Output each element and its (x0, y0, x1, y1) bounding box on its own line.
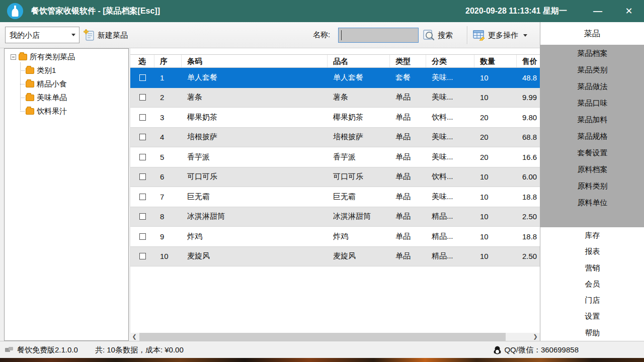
table-body: 1单人套餐单人套餐套餐美味...1048.82薯条薯条单品美味...109.99… (130, 68, 540, 266)
barcode-cell: 薯条 (182, 93, 328, 102)
column-header[interactable]: 类型 (390, 55, 426, 67)
table-row[interactable]: 4培根披萨培根披萨单品美味...2068.8 (130, 128, 540, 148)
row-checkbox[interactable] (139, 74, 146, 81)
table-row[interactable]: 8冰淇淋甜筒冰淇淋甜筒单品精品...102.50 (130, 207, 540, 227)
row-checkbox[interactable] (139, 154, 146, 160)
row-number: 7 (154, 193, 182, 201)
table-row[interactable]: 10麦旋风麦旋风单品精品...102.50 (130, 247, 540, 267)
sidebar-item[interactable]: 菜品档案 (540, 45, 644, 61)
name-cell: 椰果奶茶 (328, 113, 390, 122)
sidebar-item[interactable]: 套餐设置 (540, 144, 644, 161)
quantity-cell: 10 (474, 172, 517, 181)
row-checkbox[interactable] (139, 233, 146, 240)
price-cell: 18.8 (517, 193, 540, 201)
search-button[interactable]: 搜索 (423, 27, 453, 43)
tree-item[interactable]: 美味单品 (26, 92, 67, 103)
new-item-button[interactable]: 新建菜品 (84, 27, 128, 43)
qq-penguin-icon (494, 346, 501, 354)
table-row[interactable]: 3椰果奶茶椰果奶茶单品饮料...209.80 (130, 108, 540, 128)
sidebar-item[interactable]: 菜品做法 (540, 78, 644, 95)
name-cell: 巨无霸 (328, 192, 390, 202)
barcode-cell: 巨无霸 (182, 192, 328, 202)
collapse-minus-icon[interactable] (11, 54, 16, 60)
sidebar-item[interactable]: 设置 (540, 308, 644, 324)
type-cell: 单品 (390, 251, 426, 261)
sidebar-item[interactable]: 菜品口味 (540, 95, 644, 111)
column-header[interactable]: 品名 (328, 55, 390, 67)
column-header[interactable]: 选 (130, 55, 154, 67)
category-cell: 美味... (426, 152, 474, 162)
category-cell: 美味... (426, 93, 474, 102)
row-checkbox[interactable] (139, 194, 146, 200)
search-icon (423, 29, 435, 41)
new-document-icon (84, 29, 95, 41)
name-cell: 可口可乐 (328, 172, 390, 182)
price-cell: 9.80 (517, 113, 540, 122)
text-caret (341, 30, 342, 40)
table-row[interactable]: 2薯条薯条单品美味...109.99 (130, 88, 540, 108)
tree-item-label: 精品小食 (37, 79, 67, 89)
desktop-edge-strip (0, 358, 644, 362)
row-checkbox[interactable] (139, 213, 146, 220)
price-cell: 48.8 (517, 73, 540, 82)
tree-item[interactable]: 精品小食 (26, 78, 67, 89)
table-row[interactable]: 6可口可乐可口可乐单品饮料...106.00 (130, 167, 540, 188)
tree-item[interactable]: 类别1 (26, 65, 56, 76)
sidebar-item[interactable]: 原料单位 (540, 194, 644, 211)
row-checkbox[interactable] (139, 94, 146, 101)
app-logo-icon (7, 3, 23, 19)
folder-icon (26, 81, 34, 87)
sidebar-item[interactable]: 会员 (540, 276, 644, 292)
sidebar-item[interactable]: 菜品类别 (540, 61, 644, 78)
row-select-cell (130, 194, 154, 200)
close-button[interactable]: ✕ (618, 0, 640, 22)
minimize-button[interactable]: — (587, 0, 609, 22)
app-status-icon (5, 347, 13, 353)
sidebar-item[interactable]: 营销 (540, 260, 644, 276)
horizontal-scrollbar[interactable]: ❮ ❯ (130, 333, 540, 341)
category-cell: 精品... (426, 251, 474, 261)
tree-item-label: 美味单品 (37, 93, 67, 103)
column-header[interactable]: 分类 (426, 55, 474, 67)
table-row[interactable]: 7巨无霸巨无霸单品美味...1018.8 (130, 187, 540, 207)
more-operations-button[interactable]: 更多操作 (473, 27, 527, 43)
status-left: 餐饮免费版2.1.0.0 共: 10条数据，成本: ¥0.00 (5, 341, 184, 358)
barcode-cell: 冰淇淋甜筒 (182, 212, 328, 221)
sidebar-item[interactable]: 库存 (540, 227, 644, 243)
product-table-panel: 选序条码品名类型分类数量售价 1单人套餐单人套餐套餐美味...1048.82薯条… (130, 48, 540, 341)
table-row[interactable]: 9炸鸡炸鸡单品精品...1018.8 (130, 227, 540, 247)
sidebar-item[interactable]: 菜品加料 (540, 111, 644, 128)
row-checkbox[interactable] (139, 134, 146, 140)
sidebar-item[interactable]: 原料档案 (540, 161, 644, 177)
row-select-cell (130, 114, 154, 121)
store-select[interactable]: 我的小店 (5, 27, 79, 43)
search-input[interactable] (338, 28, 419, 43)
column-header[interactable]: 序 (154, 55, 182, 67)
sidebar-item[interactable]: 原料类别 (540, 177, 644, 194)
table-row[interactable]: 5香芋派香芋派单品美味...2016.6 (130, 147, 540, 167)
table-edit-icon (473, 30, 485, 41)
category-cell: 精品... (426, 212, 474, 221)
scroll-right-arrow-icon[interactable]: ❯ (531, 333, 540, 341)
column-header[interactable]: 条码 (182, 55, 328, 67)
scrollbar-thumb[interactable] (139, 333, 506, 341)
title-bar: 餐饮管家收银软件 - [菜品档案[Esc]] 2020-09-28 11:13:… (0, 0, 644, 22)
tree-item[interactable]: 饮料果汁 (26, 106, 67, 117)
quantity-cell: 10 (474, 212, 517, 221)
sidebar-item[interactable]: 菜品规格 (540, 128, 644, 144)
column-header[interactable]: 售价 (517, 55, 540, 67)
table-row[interactable]: 1单人套餐单人套餐套餐美味...1048.8 (130, 68, 540, 88)
row-checkbox[interactable] (139, 173, 146, 180)
tree-root-label: 所有类别菜品 (30, 52, 75, 62)
tree-root-all-categories[interactable]: 所有类别菜品 (11, 51, 75, 62)
row-number: 4 (154, 133, 182, 141)
row-select-cell (130, 253, 154, 259)
sidebar-item[interactable]: 帮助 (540, 325, 644, 341)
scroll-left-arrow-icon[interactable]: ❮ (130, 333, 139, 341)
barcode-cell: 香芋派 (182, 152, 328, 162)
sidebar-item[interactable]: 报表 (540, 243, 644, 259)
row-checkbox[interactable] (139, 114, 146, 121)
row-checkbox[interactable] (139, 253, 146, 259)
column-header[interactable]: 数量 (474, 55, 517, 67)
sidebar-item[interactable]: 门店 (540, 292, 644, 308)
